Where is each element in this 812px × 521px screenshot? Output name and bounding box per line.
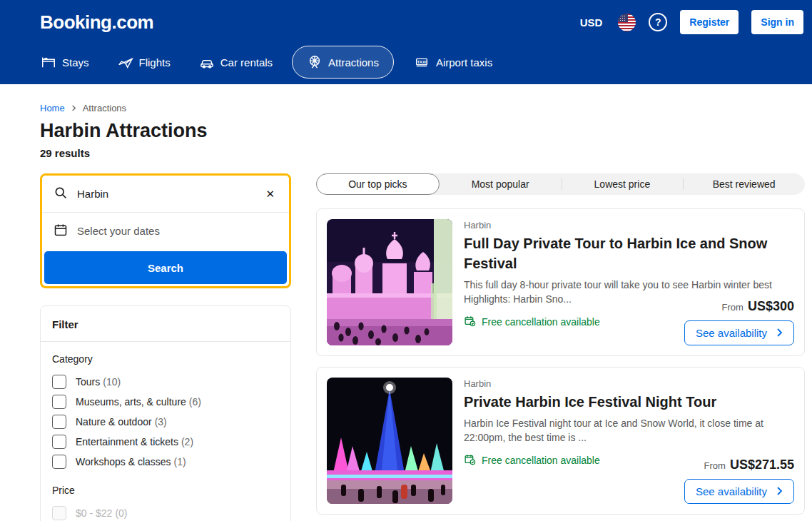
category-group-title: Category (52, 353, 279, 365)
checkbox[interactable] (52, 415, 66, 429)
taxi-icon: TAXI (413, 54, 430, 70)
checkbox[interactable] (52, 395, 66, 409)
us-flag-icon[interactable] (618, 14, 636, 31)
nav-car-rentals[interactable]: Car rentals (190, 46, 282, 79)
result-title[interactable]: Private Harbin Ice Festival Night Tour (464, 392, 778, 412)
price-value: US$271.55 (730, 457, 794, 472)
price-line: FromUS$300 (684, 299, 794, 314)
result-photo[interactable] (327, 219, 452, 345)
nav-flights[interactable]: Flights (108, 46, 180, 79)
destination-input[interactable] (77, 188, 253, 200)
search-button[interactable]: Search (44, 251, 287, 284)
car-icon (199, 54, 215, 70)
breadcrumb-home-link[interactable]: Home (40, 103, 65, 113)
filter-option-nature[interactable]: Nature & outdoor(3) (52, 412, 279, 432)
calendar-icon (54, 223, 68, 240)
filter-option-workshops[interactable]: Workshops & classes(1) (52, 452, 279, 472)
filter-panel: Filter Category Tours(10) Museums, arts,… (40, 305, 291, 521)
bed-icon (41, 54, 56, 70)
chevron-right-icon (776, 485, 783, 497)
nav-attractions[interactable]: Attractions (292, 46, 394, 79)
product-nav: Stays Flights Car rentals (31, 44, 803, 79)
sort-tab-lowest-price[interactable]: Lowest price (562, 173, 684, 195)
price-group-title: Price (52, 485, 279, 496)
free-cancellation-label: Free cancellation available (482, 316, 600, 328)
register-button[interactable]: Register (680, 10, 739, 34)
currency-selector[interactable]: USD (577, 12, 606, 33)
filter-option-price-0-22: $0 - $22(0) (52, 503, 279, 521)
price-line: FromUS$271.55 (684, 457, 794, 472)
page-title: Harbin Attractions (40, 120, 805, 142)
booking-logo[interactable]: Booking.com (40, 11, 153, 34)
nav-airport-taxis[interactable]: TAXI Airport taxis (404, 46, 502, 79)
breadcrumb: Home Attractions (40, 103, 805, 113)
sort-tabs: Our top picks Most popular Lowest price … (316, 173, 805, 195)
free-cancellation-icon (464, 315, 476, 329)
svg-text:TAXI: TAXI (417, 60, 426, 64)
date-placeholder: Select your dates (77, 225, 160, 237)
checkbox[interactable] (52, 375, 66, 389)
clear-search-icon[interactable]: ✕ (263, 186, 278, 202)
price-value: US$300 (748, 299, 794, 313)
result-photo[interactable] (327, 378, 452, 504)
breadcrumb-current: Attractions (83, 103, 126, 113)
help-icon[interactable]: ? (649, 13, 667, 31)
checkbox[interactable] (52, 435, 66, 449)
see-availability-button[interactable]: See availability (684, 320, 794, 345)
sort-tab-most-popular[interactable]: Most popular (440, 173, 562, 195)
checkbox (52, 506, 66, 520)
search-icon (54, 186, 68, 203)
filter-title: Filter (41, 306, 290, 341)
chevron-right-icon (776, 327, 783, 339)
ferris-wheel-icon (307, 54, 323, 70)
chevron-right-icon (71, 103, 77, 113)
result-title[interactable]: Full Day Private Tour to Harbin Ice and … (464, 233, 778, 273)
nav-stays[interactable]: Stays (31, 46, 98, 79)
sort-tab-best-reviewed[interactable]: Best reviewed (683, 173, 805, 195)
filter-option-entertainment[interactable]: Entertainment & tickets(2) (52, 432, 279, 452)
results-count: 29 results (40, 147, 805, 159)
result-card: Harbin Private Harbin Ice Festival Night… (316, 367, 805, 515)
signin-button[interactable]: Sign in (751, 10, 803, 34)
free-cancellation-label: Free cancellation available (482, 455, 600, 466)
checkbox[interactable] (52, 455, 66, 469)
sort-tab-top-picks[interactable]: Our top picks (316, 173, 440, 195)
free-cancellation-icon (464, 453, 476, 467)
see-availability-button[interactable]: See availability (684, 479, 794, 504)
date-picker-field[interactable]: Select your dates (42, 213, 289, 249)
header: Booking.com USD ? Register Sign in Stays… (0, 0, 812, 84)
result-description: Harbin Ice Festival night tour at Ice an… (464, 416, 794, 445)
result-card: Harbin Full Day Private Tour to Harbin I… (316, 208, 805, 356)
search-widget: ✕ Select your dates Search (40, 173, 291, 288)
plane-icon (118, 54, 133, 70)
filter-option-tours[interactable]: Tours(10) (52, 372, 279, 392)
result-location: Harbin (464, 378, 794, 389)
filter-option-museums[interactable]: Museums, arts, & culture(6) (52, 392, 279, 412)
result-location: Harbin (464, 220, 794, 231)
